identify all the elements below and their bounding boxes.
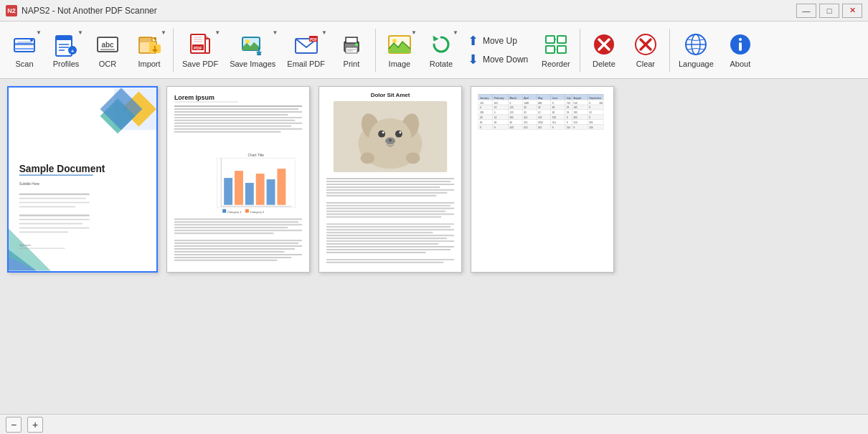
svg-rect-156 xyxy=(326,237,447,239)
svg-text:9: 9 xyxy=(567,116,568,119)
about-button[interactable]: About xyxy=(720,26,760,75)
svg-text:32: 32 xyxy=(524,106,527,109)
svg-rect-120 xyxy=(174,254,302,255)
svg-rect-138 xyxy=(326,178,454,179)
language-button[interactable]: Language xyxy=(674,26,719,75)
clear-label: Clear xyxy=(636,60,655,68)
svg-text:26: 26 xyxy=(494,121,497,124)
svg-text:9: 9 xyxy=(480,126,481,129)
svg-marker-17 xyxy=(152,37,156,42)
title-bar-controls: — □ ✕ xyxy=(796,4,862,18)
save-pdf-icon: PDF xyxy=(187,32,213,57)
svg-rect-155 xyxy=(326,235,454,236)
svg-rect-122 xyxy=(174,260,278,261)
rotate-icon xyxy=(428,32,454,57)
scan-button[interactable]: ▼ Scan xyxy=(4,26,44,75)
svg-rect-86 xyxy=(174,108,298,110)
move-button-group[interactable]: ⬆ Move Up ⬇ Move Down xyxy=(463,26,534,75)
page-1-thumbnail[interactable]: Sample Document Subtitle Here Signature xyxy=(7,86,158,273)
page-4-thumbnail[interactable]: January February March April May June Ju… xyxy=(471,86,614,273)
move-up-label: Move Up xyxy=(483,36,517,46)
import-label: Import xyxy=(138,60,160,68)
svg-rect-146 xyxy=(326,205,450,207)
svg-text:713: 713 xyxy=(567,102,571,105)
svg-rect-76 xyxy=(19,219,90,220)
svg-rect-74 xyxy=(19,206,75,207)
svg-rect-78 xyxy=(19,227,90,229)
app-icon: N2 xyxy=(6,5,17,16)
svg-rect-151 xyxy=(326,223,454,225)
clear-button[interactable]: Clear xyxy=(626,26,666,75)
svg-rect-157 xyxy=(326,240,454,242)
svg-text:281: 281 xyxy=(599,102,603,105)
email-pdf-button[interactable]: ▼ PDF Email PDF xyxy=(282,26,330,75)
save-images-button[interactable]: ▼ Save Images xyxy=(225,26,280,75)
image-button[interactable]: ▼ Image xyxy=(379,26,420,75)
delete-button[interactable]: Delete xyxy=(584,26,624,75)
print-icon xyxy=(339,32,364,57)
svg-text:512: 512 xyxy=(574,102,578,105)
svg-text:43: 43 xyxy=(480,116,483,119)
zoom-out-button[interactable]: − xyxy=(6,417,22,433)
clear-icon xyxy=(633,32,659,57)
svg-rect-73 xyxy=(19,202,90,203)
rotate-button[interactable]: ▼ Rotate xyxy=(421,26,461,75)
svg-text:Signature: Signature xyxy=(19,243,32,247)
svg-text:60: 60 xyxy=(552,106,555,109)
svg-rect-99 xyxy=(245,183,254,205)
svg-text:January: January xyxy=(480,97,489,100)
svg-text:411: 411 xyxy=(524,116,528,119)
save-pdf-button[interactable]: ▼ PDF Save PDF xyxy=(177,26,223,75)
svg-text:August: August xyxy=(574,97,582,100)
page-3-thumbnail[interactable]: Dolor Sit Amet xyxy=(319,86,462,273)
reorder-button[interactable]: Reorder xyxy=(536,26,576,75)
svg-text:139: 139 xyxy=(552,116,557,119)
page-2-thumbnail[interactable]: Lorem Ipsum Chart Title xyxy=(166,86,310,273)
svg-text:9: 9 xyxy=(589,106,590,109)
status-bar: − + xyxy=(0,414,868,434)
print-label: Print xyxy=(344,60,360,68)
import-button[interactable]: ▼ Import xyxy=(129,26,169,75)
scan-icon xyxy=(11,32,37,57)
svg-rect-149 xyxy=(326,214,454,215)
svg-text:March: March xyxy=(509,97,516,100)
zoom-in-button[interactable]: + xyxy=(27,417,43,433)
image-dropdown-arrow: ▼ xyxy=(411,29,417,36)
svg-rect-147 xyxy=(326,208,454,209)
svg-text:+: + xyxy=(71,48,75,55)
svg-point-137 xyxy=(406,152,420,164)
svg-rect-24 xyxy=(205,39,209,53)
svg-text:124: 124 xyxy=(589,126,593,129)
svg-rect-107 xyxy=(245,209,249,213)
close-button[interactable]: ✕ xyxy=(842,4,862,18)
save-images-icon xyxy=(240,32,265,57)
svg-text:321: 321 xyxy=(589,121,593,124)
svg-rect-6 xyxy=(56,36,72,40)
svg-text:4: 4 xyxy=(480,106,481,109)
svg-point-135 xyxy=(389,139,392,142)
save-pdf-label: Save PDF xyxy=(182,60,218,68)
svg-rect-140 xyxy=(326,184,454,185)
move-up-icon: ⬆ xyxy=(468,33,478,49)
print-button[interactable]: Print xyxy=(331,26,372,75)
svg-text:4: 4 xyxy=(494,111,496,114)
svg-text:1400: 1400 xyxy=(524,102,529,105)
svg-rect-93 xyxy=(174,128,302,130)
svg-rect-88 xyxy=(174,114,288,115)
ocr-button[interactable]: abc OCR xyxy=(88,26,128,75)
svg-text:12: 12 xyxy=(589,111,592,114)
scan-dropdown-arrow: ▼ xyxy=(36,29,42,36)
svg-rect-75 xyxy=(19,214,90,216)
svg-rect-94 xyxy=(174,131,281,133)
maximize-button[interactable]: □ xyxy=(819,4,839,18)
delete-icon xyxy=(591,32,617,57)
svg-rect-111 xyxy=(174,224,302,225)
svg-text:May: May xyxy=(538,97,543,100)
profiles-button[interactable]: ▼ + Profiles xyxy=(46,26,86,75)
minimize-button[interactable]: — xyxy=(796,4,816,18)
svg-text:2012: 2012 xyxy=(538,121,543,124)
svg-text:214: 214 xyxy=(567,126,571,129)
svg-rect-112 xyxy=(174,227,288,228)
svg-text:Lorem Ipsum: Lorem Ipsum xyxy=(174,94,214,101)
svg-rect-145 xyxy=(326,202,454,204)
